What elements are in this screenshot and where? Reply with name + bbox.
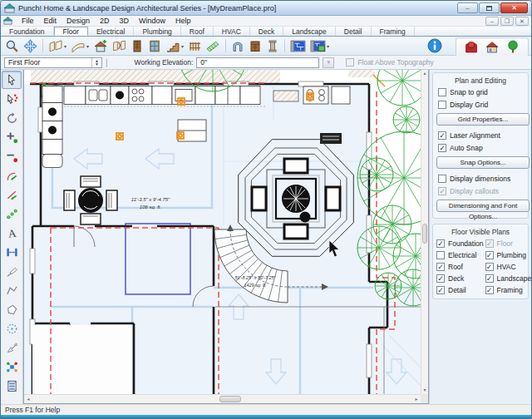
display-dimensions-checkbox[interactable] bbox=[438, 175, 446, 183]
material-list-tool-button[interactable] bbox=[2, 377, 22, 395]
fvp-framing[interactable]: ✓ Framing bbox=[485, 286, 531, 294]
tab-foundation[interactable]: Foundation bbox=[1, 27, 54, 36]
mdi-restore-button[interactable]: ❒ bbox=[500, 17, 514, 26]
snap-to-grid-checkbox[interactable] bbox=[438, 88, 446, 96]
tab-electrical[interactable]: Electrical bbox=[88, 27, 134, 36]
tab-plumbing[interactable]: Plumbing bbox=[134, 27, 180, 36]
grill-fixture[interactable] bbox=[320, 133, 342, 144]
fvp-detail[interactable]: ✓ Detail bbox=[436, 286, 484, 294]
roof-checkbox[interactable]: ✓ bbox=[436, 263, 445, 271]
deck-checkbox[interactable]: ✓ bbox=[436, 274, 445, 283]
horizontal-scrollbar[interactable]: ◂ ▸ bbox=[24, 394, 421, 403]
scroll-up-arrow[interactable]: ▴ bbox=[421, 70, 428, 77]
menu-2d[interactable]: 2D bbox=[95, 16, 115, 26]
fvp-deck[interactable]: ✓ Deck bbox=[436, 274, 484, 283]
restore-button[interactable] bbox=[479, 2, 500, 13]
laser-alignment-checkbox[interactable]: ✓ bbox=[438, 131, 446, 140]
menu-help[interactable]: Help bbox=[170, 16, 196, 26]
wall-break-tool-button[interactable] bbox=[111, 37, 128, 55]
fixture-library-button[interactable] bbox=[483, 38, 501, 56]
polygon-tool-button[interactable] bbox=[2, 300, 22, 318]
foundation-checkbox[interactable]: ✓ bbox=[436, 239, 445, 248]
cabinet-tool-button[interactable] bbox=[247, 37, 264, 55]
mdi-minimize-button[interactable]: – bbox=[485, 17, 499, 26]
spray-tool-button[interactable] bbox=[2, 319, 22, 338]
fvp-floor[interactable]: ✓ Floor bbox=[485, 239, 531, 248]
auto-snap-checkbox[interactable]: ✓ bbox=[438, 144, 446, 152]
door-tool-button[interactable] bbox=[129, 37, 145, 55]
scroll-down-arrow[interactable]: ▾ bbox=[421, 387, 428, 394]
tab-detail[interactable]: Detail bbox=[336, 27, 372, 36]
scroll-right-arrow[interactable]: ▸ bbox=[412, 395, 421, 403]
tab-hvac[interactable]: HVAC bbox=[214, 27, 250, 36]
tab-floor[interactable]: Floor bbox=[54, 27, 88, 36]
display-callouts-checkbox[interactable]: ✓ bbox=[438, 187, 446, 195]
fvp-landscape[interactable]: ✓ Landscape bbox=[485, 274, 531, 283]
floor-selector[interactable]: First Floor ▲▼ bbox=[4, 57, 102, 68]
zoom-tool-button[interactable] bbox=[3, 37, 21, 55]
fence-tool-button[interactable] bbox=[186, 37, 204, 55]
column-tool-button[interactable] bbox=[264, 37, 281, 55]
menu-window[interactable]: Window bbox=[134, 16, 170, 26]
floor-checkbox[interactable]: ✓ bbox=[485, 239, 494, 248]
electrical-checkbox[interactable] bbox=[436, 251, 445, 259]
menu-edit[interactable]: Edit bbox=[39, 16, 62, 26]
elevation-input[interactable]: 0" bbox=[196, 57, 319, 68]
fvp-roof[interactable]: ✓ Roof bbox=[436, 263, 484, 271]
display-grid-row[interactable]: Display Grid bbox=[438, 101, 525, 109]
tab-roof[interactable]: Roof bbox=[181, 27, 214, 36]
laser-alignment-row[interactable]: ✓ Laser Alignment bbox=[438, 131, 525, 140]
floor-plan-canvas[interactable]: 11'-3.5" x 9'-4.75" 106 sq. ft. 51'-8.25… bbox=[24, 70, 421, 394]
wall-tool-button[interactable]: ▾ bbox=[47, 37, 68, 55]
plumbing-checkbox[interactable]: ✓ bbox=[485, 251, 494, 259]
vertical-scroll-thumb[interactable] bbox=[422, 224, 427, 244]
curved-wall-tool-button[interactable]: ▾ bbox=[69, 37, 91, 55]
fvp-plumbing[interactable]: ✓ Plumbing bbox=[485, 251, 531, 259]
roof-add-tool-button[interactable] bbox=[91, 37, 110, 55]
menu-design[interactable]: Design bbox=[62, 16, 95, 26]
rotate-tool-button[interactable] bbox=[2, 109, 22, 127]
plan-view-button[interactable] bbox=[288, 37, 308, 55]
window-tool-button[interactable] bbox=[146, 37, 163, 55]
leader-line-tool-button[interactable] bbox=[2, 262, 22, 280]
display-dimensions-row[interactable]: Display dimensions bbox=[438, 175, 525, 183]
add-point-tool-button[interactable] bbox=[2, 128, 22, 146]
furniture-library-button[interactable] bbox=[462, 38, 480, 56]
framing-checkbox[interactable]: ✓ bbox=[485, 286, 494, 294]
float-topography-checkbox[interactable] bbox=[346, 58, 354, 67]
arch-tool-button[interactable] bbox=[229, 37, 246, 55]
pan-tool-button[interactable] bbox=[22, 37, 39, 55]
display-grid-checkbox[interactable] bbox=[438, 101, 446, 109]
fvp-electrical[interactable]: Electrical bbox=[436, 251, 484, 259]
plant-library-button[interactable] bbox=[504, 38, 522, 56]
menu-3d[interactable]: 3D bbox=[115, 16, 135, 26]
fvp-hvac[interactable]: ✓ HVAC bbox=[485, 263, 531, 271]
horizontal-scroll-thumb[interactable] bbox=[219, 396, 241, 402]
fvp-foundation[interactable]: ✓ Foundation bbox=[436, 239, 484, 248]
snap-to-grid-row[interactable]: Snap to grid bbox=[438, 88, 525, 96]
text-tool-button[interactable]: A bbox=[2, 224, 22, 242]
dimensioning-font-options-button[interactable]: Dimensioning and Font Options... bbox=[436, 200, 530, 212]
stairs-tool-button[interactable]: ▾ bbox=[164, 37, 185, 55]
remove-point-tool-button[interactable] bbox=[2, 147, 22, 165]
auto-snap-row[interactable]: ✓ Auto Snap bbox=[438, 144, 525, 152]
dimension-tool-button[interactable] bbox=[2, 243, 22, 261]
menu-file[interactable]: File bbox=[17, 16, 39, 26]
display-callouts-row[interactable]: ✓ Display callouts bbox=[438, 187, 525, 195]
shrub-row-tool-button[interactable] bbox=[2, 205, 22, 223]
tab-landscape[interactable]: Landscape bbox=[283, 27, 336, 36]
scroll-left-arrow[interactable]: ◂ bbox=[24, 395, 32, 403]
info-button[interactable] bbox=[426, 37, 444, 55]
fillet-tool-button[interactable] bbox=[2, 166, 22, 185]
grid-properties-button[interactable]: Grid Properties... bbox=[436, 113, 530, 126]
polyline-tool-button[interactable] bbox=[2, 281, 22, 299]
close-button[interactable]: ✕ bbox=[500, 2, 528, 13]
floor-spinner[interactable]: ▲▼ bbox=[91, 58, 101, 67]
vertical-scrollbar[interactable]: ▴ ▾ bbox=[421, 70, 428, 394]
node-link-tool-button[interactable] bbox=[2, 357, 22, 376]
landscape-checkbox[interactable]: ✓ bbox=[485, 274, 494, 283]
elevation-dropdown-button[interactable]: ▼ bbox=[323, 57, 334, 68]
select-tool-button[interactable] bbox=[2, 71, 22, 89]
plan-3d-view-button[interactable]: ▾ bbox=[308, 37, 331, 55]
tab-framing[interactable]: Framing bbox=[372, 27, 415, 36]
